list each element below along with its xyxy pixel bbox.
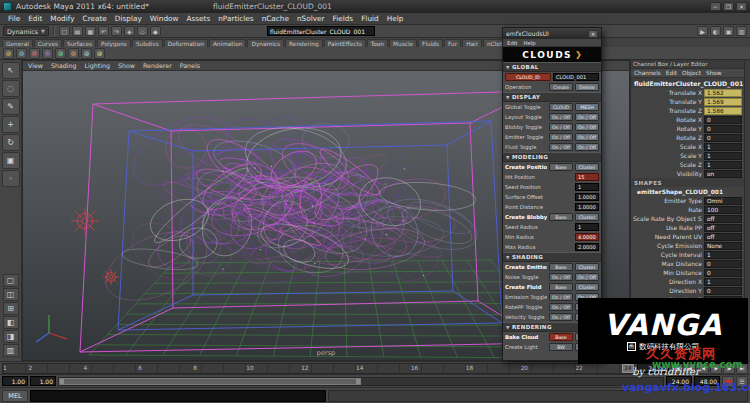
command-line-input[interactable]: [30, 390, 326, 402]
shelf-cluster-icon[interactable]: [42, 48, 53, 59]
menu-edit[interactable]: Edit: [24, 14, 46, 23]
noise-toggle-on-off-button-1[interactable]: On / Off: [549, 273, 573, 281]
channel-value-field[interactable]: off: [704, 215, 742, 223]
viewport-menu-view[interactable]: View: [28, 62, 43, 69]
channel-value-field[interactable]: Omni: [704, 197, 742, 205]
blobby-toggle-on-off-button-1[interactable]: On / Off: [549, 123, 573, 131]
menu-fluid[interactable]: Fluid: [357, 14, 383, 23]
cloud-id-field[interactable]: CLOUD_001: [553, 73, 599, 81]
menu-window[interactable]: Window: [146, 14, 183, 23]
menu-file[interactable]: File: [4, 14, 24, 23]
blobby-toggle-on-off-button-2[interactable]: On / Off: [575, 123, 599, 131]
channel-box-menu-show[interactable]: Show: [706, 70, 722, 76]
range-slider[interactable]: [58, 377, 664, 386]
clouds-section-modeling[interactable]: ▼MODELING: [503, 152, 601, 162]
range-end-handle[interactable]: [356, 379, 360, 384]
emitter-toggle-on-off-button-2[interactable]: On / Off: [575, 133, 599, 141]
viewport-menu-shading[interactable]: Shading: [51, 62, 77, 69]
close-icon[interactable]: ✕: [588, 30, 598, 38]
new-scene-icon[interactable]: ▢: [59, 26, 70, 36]
maximize-button[interactable]: ❐: [723, 2, 734, 11]
viewport-menu-show[interactable]: Show: [118, 62, 135, 69]
channel-value-field[interactable]: 1.562: [704, 89, 742, 97]
channel-box-menu-channels[interactable]: Channels: [634, 70, 661, 76]
hit-position-field[interactable]: 15: [575, 173, 599, 181]
channel-value-field[interactable]: 0: [704, 287, 742, 295]
snap-grid-icon[interactable]: ◈: [124, 26, 135, 36]
ratepp-toggle-on-off-button-1[interactable]: On / Off: [549, 303, 573, 311]
paint-select-tool-icon[interactable]: ✎: [2, 98, 20, 115]
menu-nsolver[interactable]: nSolver: [293, 14, 329, 23]
layout-toggle-on-off-button-2[interactable]: On / Off: [575, 113, 599, 121]
channel-box-menu-edit[interactable]: Edit: [666, 70, 677, 76]
move-tool-icon[interactable]: +: [2, 116, 20, 133]
shelf-tab-rendering[interactable]: Rendering: [285, 39, 323, 47]
clouds-section-global[interactable]: ▼GLOBAL: [503, 62, 601, 72]
viewport-menu-panels[interactable]: Panels: [180, 62, 200, 69]
seed-radius-field[interactable]: 1: [575, 223, 599, 231]
fluid-toggle-on-off-button-1[interactable]: On / Off: [549, 143, 573, 151]
menu-fields[interactable]: Fields: [329, 14, 358, 23]
select-tool-icon[interactable]: ↖: [2, 62, 20, 79]
create-position-cluster-button-2[interactable]: Cluster: [575, 163, 599, 171]
max-radius-field[interactable]: 2.0000: [575, 243, 599, 251]
clouds-window-titlebar[interactable]: emfxCloudsUI ✕: [503, 28, 601, 39]
shelf-tab-polygons[interactable]: Polygons: [97, 39, 131, 47]
snap-point-icon[interactable]: ◆: [150, 26, 161, 36]
channel-value-field[interactable]: 0: [704, 269, 742, 277]
two-pane-layout-button[interactable]: ◫: [3, 288, 19, 301]
create-light-bw-button-1[interactable]: BW: [549, 343, 573, 351]
open-scene-icon[interactable]: ▤: [72, 26, 83, 36]
shelf-tab-hair[interactable]: Hair: [462, 39, 482, 47]
shelf-sphere-icon[interactable]: [3, 48, 14, 59]
create-emitter-cluster-button-2[interactable]: Cluster: [575, 263, 599, 271]
viewport-menu-renderer[interactable]: Renderer: [143, 62, 172, 69]
snap-curve-icon[interactable]: ◇: [137, 26, 148, 36]
point-distance-field[interactable]: 1.0000: [575, 203, 599, 211]
clouds-section-shading[interactable]: ▼SHADING: [503, 252, 601, 262]
channel-box-menu-object[interactable]: Object: [682, 70, 701, 76]
four-pane-layout-button[interactable]: ⊞: [3, 302, 19, 315]
shelf-tab-curves[interactable]: Curves: [34, 39, 62, 47]
menu-nparticles[interactable]: nParticles: [214, 14, 257, 23]
menu-create[interactable]: Create: [79, 14, 111, 23]
create-blobby-base-button-1[interactable]: Base: [549, 213, 573, 221]
command-language-button[interactable]: MEL: [2, 390, 28, 402]
range-start-handle[interactable]: [60, 379, 64, 384]
create-position-base-button-1[interactable]: Base: [549, 163, 573, 171]
menu-help[interactable]: Help: [383, 14, 408, 23]
emitter-toggle-on-off-button-1[interactable]: On / Off: [549, 133, 573, 141]
shelf-tab-painteffects[interactable]: PaintEffects: [324, 39, 366, 47]
shelf-cone-icon[interactable]: [29, 48, 40, 59]
shelf-emitter-icon[interactable]: [68, 48, 79, 59]
redo-icon[interactable]: ↷: [111, 26, 122, 36]
single-pane-layout-button[interactable]: ▢: [3, 274, 19, 287]
channel-value-field[interactable]: 1: [704, 152, 742, 160]
channel-value-field[interactable]: 0: [704, 260, 742, 268]
clouds-menu-help[interactable]: Help: [523, 40, 535, 46]
channel-value-field[interactable]: 1: [704, 143, 742, 151]
create-fluid-base-button-1[interactable]: Base: [549, 283, 573, 291]
undo-icon[interactable]: ↶: [98, 26, 109, 36]
right-split-layout-button[interactable]: ◨: [3, 330, 19, 343]
channel-value-field[interactable]: None: [704, 242, 742, 250]
create-blobby-cluster-button-2[interactable]: Cluster: [575, 213, 599, 221]
shelf-tab-surfaces[interactable]: Surfaces: [63, 39, 96, 47]
clouds-section-display[interactable]: ▼DISPLAY: [503, 92, 601, 102]
min-radius-field[interactable]: 4.0000: [575, 233, 599, 241]
shelf-cube-icon[interactable]: [16, 48, 27, 59]
emission-toggle-on-off-button-1[interactable]: On / Off: [549, 293, 573, 301]
shelf-tab-animation[interactable]: Animation: [209, 39, 247, 47]
shelf-tab-muscle[interactable]: Muscle: [389, 39, 417, 47]
selection-name-field[interactable]: [267, 26, 375, 36]
shelf-fluid-icon[interactable]: [55, 48, 66, 59]
channel-value-field[interactable]: 1: [704, 251, 742, 259]
channel-value-field[interactable]: 1.569: [704, 98, 742, 106]
surface-offset-field[interactable]: 1.0000: [575, 193, 599, 201]
menu-display[interactable]: Display: [111, 14, 146, 23]
lasso-tool-icon[interactable]: ◌: [2, 80, 20, 97]
menu-modify[interactable]: Modify: [46, 14, 78, 23]
close-button[interactable]: ✕: [736, 2, 747, 11]
channel-value-field[interactable]: 0: [704, 116, 742, 124]
sidebar-toggle-icon[interactable]: ▥: [736, 26, 747, 36]
